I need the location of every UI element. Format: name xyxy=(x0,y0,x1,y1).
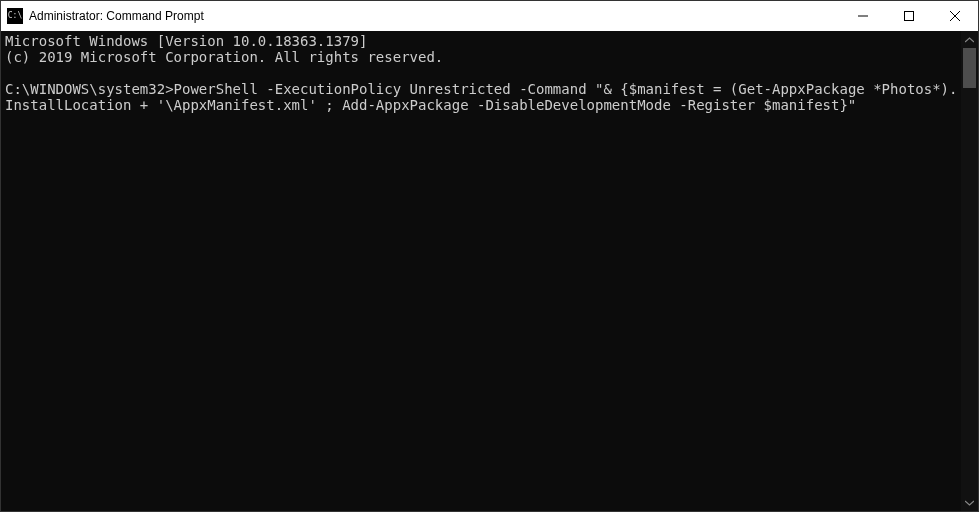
chevron-up-icon xyxy=(965,37,974,43)
cmd-app-icon-text: C:\ xyxy=(8,12,22,20)
minimize-button[interactable] xyxy=(840,1,886,31)
terminal-output[interactable]: Microsoft Windows [Version 10.0.18363.13… xyxy=(1,31,961,511)
prompt-path: C:\WINDOWS\system32> xyxy=(5,81,174,97)
titlebar-left: C:\ Administrator: Command Prompt xyxy=(1,8,204,24)
cmd-app-icon: C:\ xyxy=(7,8,23,24)
chevron-down-icon xyxy=(965,500,974,506)
close-button[interactable] xyxy=(932,1,978,31)
command-prompt-window: C:\ Administrator: Command Prompt Micros… xyxy=(0,0,979,512)
banner-line-1: Microsoft Windows [Version 10.0.18363.13… xyxy=(5,33,367,49)
maximize-button[interactable] xyxy=(886,1,932,31)
content-area: Microsoft Windows [Version 10.0.18363.13… xyxy=(1,31,978,511)
svg-rect-1 xyxy=(905,12,914,21)
scroll-down-button[interactable] xyxy=(961,494,978,511)
banner-line-2: (c) 2019 Microsoft Corporation. All righ… xyxy=(5,49,443,65)
maximize-icon xyxy=(904,11,914,21)
window-controls xyxy=(840,1,978,31)
minimize-icon xyxy=(858,11,868,21)
vertical-scrollbar[interactable] xyxy=(961,31,978,511)
titlebar[interactable]: C:\ Administrator: Command Prompt xyxy=(1,1,978,31)
window-title: Administrator: Command Prompt xyxy=(29,9,204,23)
scroll-thumb[interactable] xyxy=(963,48,976,88)
scroll-up-button[interactable] xyxy=(961,31,978,48)
close-icon xyxy=(950,11,960,21)
